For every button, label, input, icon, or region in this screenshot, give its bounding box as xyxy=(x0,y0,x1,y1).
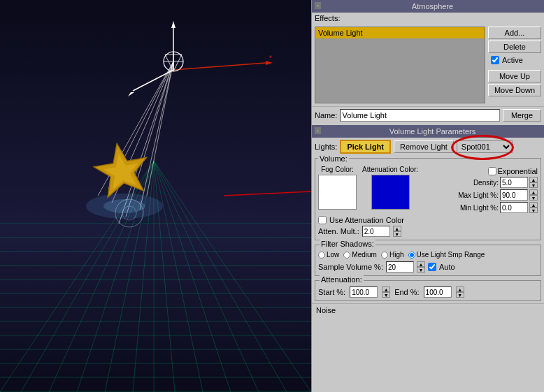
use-atten-label: Use Attenuation Color xyxy=(329,216,404,224)
min-light-label: Min Light %: xyxy=(460,204,499,212)
density-row: Density: ▲ ▼ xyxy=(424,177,538,188)
move-down-button[interactable]: Move Down xyxy=(488,84,541,96)
filter-high-label: High xyxy=(389,251,404,259)
atten-color-swatch[interactable] xyxy=(371,175,410,210)
atten-mult-spin-up[interactable]: ▲ xyxy=(393,226,401,231)
end-spinner[interactable]: ▲ ▼ xyxy=(456,286,464,298)
exponential-row: Exponential xyxy=(424,167,538,175)
filter-high-item: High xyxy=(381,251,404,259)
delete-button[interactable]: Delete xyxy=(488,41,541,53)
sample-volume-input[interactable] xyxy=(386,261,414,273)
move-up-button[interactable]: Move Up xyxy=(488,70,541,82)
effects-row: Effects: xyxy=(312,13,544,24)
start-spin-up[interactable]: ▲ xyxy=(382,286,390,292)
auto-label: Auto xyxy=(439,263,455,271)
sample-volume-spinner[interactable]: ▲ ▼ xyxy=(417,261,425,273)
density-spin-up[interactable]: ▲ xyxy=(529,177,538,182)
filter-smp-item: Use Light Smp Range xyxy=(408,251,485,259)
fog-color-swatch[interactable] xyxy=(318,175,357,210)
start-spin-down[interactable]: ▼ xyxy=(382,292,390,298)
effects-label: Effects: xyxy=(315,14,340,22)
remove-light-button[interactable]: Remove Light xyxy=(394,140,454,153)
color-row: Fog Color: Attenuation Color: Exponentia… xyxy=(318,166,538,213)
active-label: Active xyxy=(502,56,523,64)
volume-title: Volume: xyxy=(318,154,349,163)
start-label: Start %: xyxy=(318,288,345,296)
max-light-label: Max Light %: xyxy=(458,191,499,199)
min-light-row: Min Light %: ▲ ▼ xyxy=(424,202,538,213)
effects-main: Volume Light Add... Delete Active Move U… xyxy=(312,24,544,106)
filter-low-radio[interactable] xyxy=(318,252,325,259)
min-light-spin-down[interactable]: ▼ xyxy=(529,208,538,213)
volume-light-item[interactable]: Volume Light xyxy=(315,27,485,38)
svg-point-35 xyxy=(103,199,145,213)
end-input[interactable] xyxy=(424,286,452,298)
filter-high-radio[interactable] xyxy=(381,252,388,259)
auto-checkbox[interactable] xyxy=(428,263,436,271)
collapse-btn[interactable]: - xyxy=(315,2,321,9)
filter-medium-radio[interactable] xyxy=(343,252,350,259)
sample-vol-spin-down[interactable]: ▼ xyxy=(417,267,425,273)
lights-label: Lights: xyxy=(315,143,337,151)
max-light-spinner[interactable]: ▲ ▼ xyxy=(529,189,538,201)
vl-title: Volume Light Parameters xyxy=(389,127,476,136)
density-spin-down[interactable]: ▼ xyxy=(529,182,538,188)
atten-mult-spinner[interactable]: ▲ ▼ xyxy=(393,226,401,237)
right-panel: - Atmosphere Effects: Volume Light Add..… xyxy=(311,0,544,392)
collapse-btn2[interactable]: - xyxy=(315,127,321,134)
max-light-spin-up[interactable]: ▲ xyxy=(529,189,538,195)
filter-smp-label: Use Light Smp Range xyxy=(417,251,485,259)
use-atten-checkbox[interactable] xyxy=(318,216,327,224)
filter-medium-label: Medium xyxy=(352,251,377,259)
name-input[interactable] xyxy=(340,109,500,122)
start-input[interactable] xyxy=(350,286,378,298)
3d-viewport[interactable]: * xyxy=(0,0,311,392)
fog-color-label: Fog Color: xyxy=(321,166,354,173)
end-spin-up[interactable]: ▲ xyxy=(456,286,464,292)
atten-mult-input[interactable] xyxy=(362,226,390,237)
end-label: End %: xyxy=(394,288,419,296)
move-buttons: Move Up Move Down xyxy=(488,70,541,96)
filter-section: Filter Shadows: Low Medium High Use Ligh… xyxy=(315,245,541,276)
filter-smp-radio[interactable] xyxy=(408,252,415,259)
density-input[interactable] xyxy=(500,177,528,188)
max-light-input[interactable] xyxy=(500,189,528,201)
atten-color-label: Attenuation Color: xyxy=(362,166,418,173)
active-row: Active xyxy=(488,55,541,66)
atten-values-row: Start %: ▲ ▼ End %: ▲ ▼ xyxy=(318,286,538,298)
spot-dropdown-container: Spot001 xyxy=(457,140,513,153)
pick-light-button[interactable]: Pick Light xyxy=(340,140,391,154)
min-light-input[interactable] xyxy=(500,202,528,213)
start-spinner[interactable]: ▲ ▼ xyxy=(382,286,390,298)
exponential-label: Exponential xyxy=(498,167,538,175)
filter-title: Filter Shadows: xyxy=(320,240,375,248)
spot-dropdown[interactable]: Spot001 xyxy=(457,140,513,153)
active-checkbox[interactable] xyxy=(491,56,499,64)
atten-mult-row: Atten. Mult.: ▲ ▼ xyxy=(318,226,538,237)
sample-vol-spin-up[interactable]: ▲ xyxy=(417,261,425,267)
volume-section: Volume: Fog Color: Attenuation Color: Ex… xyxy=(315,158,541,240)
min-light-spin-up[interactable]: ▲ xyxy=(529,202,538,208)
name-label: Name: xyxy=(315,111,337,119)
atten-mult-spin-down[interactable]: ▼ xyxy=(393,231,401,237)
effects-list[interactable]: Volume Light xyxy=(315,27,485,103)
min-light-spinner[interactable]: ▲ ▼ xyxy=(529,202,538,213)
attenuation-section: Attenuation: Start %: ▲ ▼ End %: ▲ ▼ xyxy=(315,280,541,301)
atten-mult-label: Atten. Mult.: xyxy=(318,227,359,235)
atmosphere-header: - Atmosphere xyxy=(312,0,544,13)
svg-text:*: * xyxy=(269,55,272,62)
merge-button[interactable]: Merge xyxy=(503,109,541,122)
density-spinner[interactable]: ▲ ▼ xyxy=(529,177,538,188)
noise-label: Noise xyxy=(316,306,336,314)
effects-buttons: Add... Delete Active Move Up Move Down xyxy=(488,27,541,103)
use-atten-row: Use Attenuation Color xyxy=(318,216,538,224)
add-button[interactable]: Add... xyxy=(488,27,541,39)
end-spin-down[interactable]: ▼ xyxy=(456,292,464,298)
atten-color-col: Attenuation Color: xyxy=(362,166,418,210)
sample-row: Sample Volume %: ▲ ▼ Auto xyxy=(318,261,538,273)
max-light-spin-down[interactable]: ▼ xyxy=(529,195,538,201)
name-row: Name: Merge xyxy=(312,106,544,124)
exponential-checkbox[interactable] xyxy=(488,167,496,175)
fog-color-col: Fog Color: xyxy=(318,166,357,210)
vl-header: - Volume Light Parameters xyxy=(312,125,544,138)
